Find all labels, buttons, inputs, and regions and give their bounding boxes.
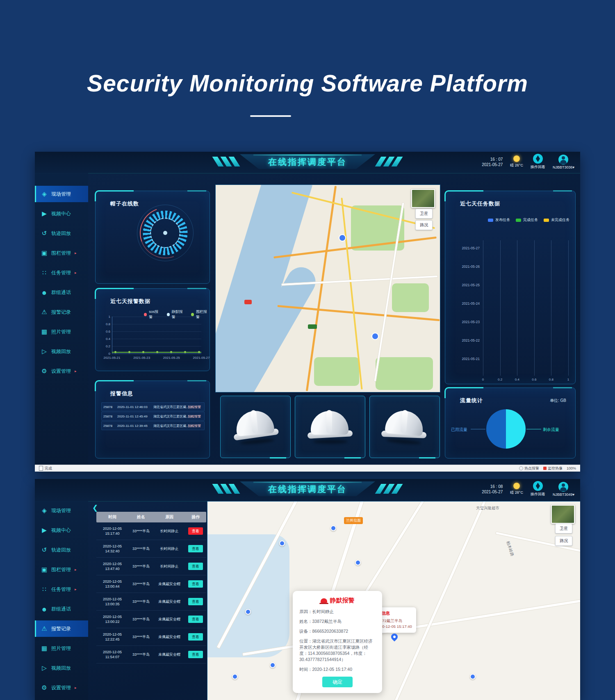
alarm-record-icon: ⚠ [40, 625, 48, 632]
helmet-card-3[interactable] [369, 396, 440, 458]
group-call-icon: ☻ [40, 289, 48, 296]
cell-reason: 未佩戴安全帽 [154, 634, 185, 640]
statusbar-item: 监控热像 [543, 466, 563, 471]
cell-time-clock: 11:54:07 [96, 654, 128, 659]
alarm-info-cell: 脱帽报警 [188, 414, 204, 419]
statusbar-item: 热点报警 [519, 466, 539, 471]
cell-reason: 未佩戴安全帽 [154, 581, 185, 587]
view-button[interactable]: 查看 [188, 545, 203, 552]
cell-action: 查看 [185, 545, 206, 552]
view-button[interactable]: 查看 [188, 633, 203, 641]
table-header-row: 时间姓名原因操作 [96, 512, 206, 522]
avatar-icon[interactable] [558, 155, 568, 164]
compass-icon[interactable] [533, 481, 543, 491]
cell-action: 查看 [185, 598, 206, 605]
column-header-3: 操作 [185, 514, 206, 520]
compass-icon[interactable] [533, 154, 543, 164]
legend-item: 发布任务 [488, 217, 510, 223]
sidebar-item-1[interactable]: ▶视频中心 [35, 205, 88, 222]
user-menu[interactable]: NJBBT3036▾ [553, 155, 574, 169]
helmet-card-2[interactable] [295, 396, 365, 458]
sidebar-item-9[interactable]: ⚙设置管理▸ [35, 363, 88, 379]
dashboard-2: 在线指挥调度平台 16 : 08 2021-05-27 晴 28°C 操作回看 … [35, 479, 580, 700]
sidebar-item-0[interactable]: ◈现场管理 [35, 502, 88, 519]
sidebar-item-7[interactable]: ▦照片管理 [35, 324, 88, 340]
sun-icon [513, 155, 520, 162]
sidebar-item-6[interactable]: ⚠报警记录 [35, 620, 88, 637]
sidebar-item-label: 设置管理 [51, 368, 71, 375]
satellite-thumbnail[interactable] [411, 189, 435, 208]
sidebar-item-8[interactable]: ▷视频回放 [35, 343, 88, 360]
map-dash1[interactable]: 卫星 路况 [215, 185, 440, 392]
sidebar-item-6[interactable]: ⚠报警记录 [35, 304, 88, 320]
nav-playback[interactable]: 操作回看 [531, 154, 545, 170]
gridline [112, 346, 201, 347]
silent-alarm-popup: 静默报警 原因：长时间静止姓名：33872戴兰半岛设备：866652020633… [293, 591, 382, 693]
gridline [112, 324, 201, 324]
back-icon[interactable]: ❮ [92, 504, 98, 512]
nav-playback[interactable]: 操作回看 [531, 481, 545, 497]
cell-name: 33****半岛 [128, 634, 154, 640]
sidebar-item-1[interactable]: ▶视频中心 [35, 522, 88, 538]
sidebar-item-5[interactable]: ☻群组通话 [35, 284, 88, 301]
helmet-image [308, 408, 353, 443]
layer-button-traffic[interactable]: 路况 [415, 220, 433, 230]
panel-traffic-title: 流量统计 [460, 397, 483, 404]
sidebar-item-4[interactable]: ∷任务管理▸ [35, 264, 88, 281]
sidebar-item-3[interactable]: ▣围栏管理▸ [35, 245, 88, 261]
sidebar-item-label: 围栏管理 [51, 250, 71, 257]
sidebar-item-2[interactable]: ↺轨迹回放 [35, 542, 88, 558]
alarm-info-cell: 2020-11-01 12:39:45 [117, 424, 153, 428]
view-button[interactable]: 查看 [188, 563, 203, 570]
helmet-card-1[interactable] [220, 396, 291, 458]
map-park [314, 357, 359, 386]
sidebar-item-0[interactable]: ◈现场管理 [35, 186, 88, 202]
nav-playback-label: 操作回看 [531, 492, 545, 497]
alarm-info-cell: 2020-11-01 12:46:03 [117, 405, 153, 409]
cell-reason: 长时间静止 [154, 564, 185, 569]
sidebar-item-7[interactable]: ▦照片管理 [35, 640, 88, 657]
column-header-0: 时间 [96, 515, 128, 520]
view-button[interactable]: 查看 [188, 598, 203, 605]
sidebar-item-label: 视频回放 [51, 665, 71, 672]
panel-alarm-info-title: 报警信息 [110, 390, 133, 397]
layer-button-satellite[interactable]: 卫星 [415, 209, 433, 219]
sidebar-item-2[interactable]: ↺轨迹回放 [35, 225, 88, 242]
cell-name: 33****半岛 [128, 564, 154, 569]
sidebar-item-5[interactable]: ☻群组通话 [35, 601, 88, 617]
location-pin-icon[interactable] [390, 632, 399, 642]
confirm-button[interactable]: 确定 [322, 677, 353, 687]
photo-management-icon: ▦ [40, 328, 48, 335]
sidebar-item-8[interactable]: ▷视频回放 [35, 660, 88, 676]
avatar-icon[interactable] [558, 482, 568, 492]
statusbar-item-label: 热点报警 [524, 466, 539, 471]
gridline [568, 240, 569, 376]
view-button[interactable]: 查看 [188, 527, 203, 535]
cell-reason: 长时间静止 [154, 546, 185, 552]
table-body: 2020-12-0515:17:4033****半岛长时间静止查看2020-12… [96, 522, 206, 664]
sidebar-item-3[interactable]: ▣围栏管理▸ [35, 561, 88, 578]
alarm-xtick: 2021-05-21 [102, 356, 122, 360]
cell-action: 查看 [185, 616, 206, 623]
pie-connector-right [526, 429, 541, 429]
clock-date: 2021-05-27 [482, 162, 503, 167]
view-button[interactable]: 查看 [188, 616, 203, 623]
layer-button-traffic[interactable]: 路况 [555, 536, 572, 546]
user-menu[interactable]: NJBBT3049▾ [553, 482, 574, 497]
sidebar-item-9[interactable]: ⚙设置管理▸ [35, 679, 88, 696]
sidebar-item-4[interactable]: ∷任务管理▸ [35, 581, 88, 597]
task-xtick: 1 [563, 378, 573, 381]
satellite-thumbnail[interactable] [551, 505, 575, 524]
map-label-road: 柏木岭路 [505, 540, 515, 557]
map-dash2[interactable]: 天玺兴隆超市 兰州拉面 柏木岭路 卫星 路况 报警设备信息 姓名：33872戴兰… [207, 501, 580, 700]
sidebar-dash1: ◈现场管理▶视频中心↺轨迹回放▣围栏管理▸∷任务管理▸☻群组通话⚠报警记录▦照片… [35, 173, 88, 472]
view-button[interactable]: 查看 [188, 651, 203, 658]
layer-button-satellite[interactable]: 卫星 [555, 524, 572, 534]
statusbar-done-label: 完成 [45, 466, 52, 471]
poi-marker [355, 560, 361, 565]
view-button[interactable]: 查看 [188, 580, 203, 588]
submenu-arrow-icon: ▸ [75, 587, 77, 591]
dashboard-1-header: 在线指挥调度平台 16 : 07 2021-05-27 晴 26°C 操作回看 … [35, 152, 580, 173]
cell-action: 查看 [185, 527, 206, 535]
popup-title-row: 静默报警 [299, 597, 376, 604]
